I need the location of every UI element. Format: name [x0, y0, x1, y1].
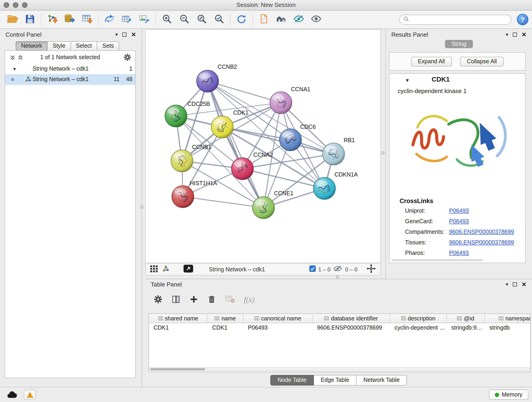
network-node-CCNE1[interactable]: CCNE1	[253, 190, 293, 219]
table-row[interactable]: CDK1 CDK1 P06493 9606.ENSP00000378699 cy…	[149, 323, 530, 332]
show-all-button[interactable]	[307, 12, 325, 27]
panel-menu-icon[interactable]: ▾	[115, 32, 118, 37]
splitter-handle[interactable]	[336, 275, 339, 279]
import-network-from-database-button[interactable]	[61, 12, 78, 27]
network-node-HIST1H1A[interactable]: HIST1H1A	[172, 180, 217, 208]
tree-caret-icon[interactable]: ▾	[13, 64, 16, 74]
network-graph[interactable]: CCNB2CCNA1CDC25BCDK1CDC6RB1CCNB1CCNA2CDK…	[146, 30, 380, 263]
cloud-icon[interactable]	[6, 390, 18, 400]
column-header[interactable]: namespace	[485, 314, 531, 323]
horizontal-scrollbar[interactable]	[391, 259, 483, 261]
selected-checkbox-icon[interactable]	[309, 265, 316, 273]
cell-shared-name: CDK1	[149, 323, 208, 332]
search-box[interactable]	[399, 14, 511, 25]
table-horizontal-scrollbar[interactable]	[149, 367, 530, 371]
hide-selected-button[interactable]	[290, 12, 307, 27]
search-icon	[403, 16, 409, 23]
uniprot-link[interactable]: P06493	[449, 206, 469, 216]
zoom-selected-button[interactable]	[210, 12, 228, 27]
open-session-button[interactable]	[4, 12, 21, 27]
export-table-button[interactable]	[118, 12, 136, 27]
export-image-button[interactable]	[136, 12, 153, 27]
clipboard-button[interactable]	[255, 12, 273, 27]
tissues-link[interactable]: 9606.ENSP00000378699	[449, 237, 514, 248]
zoom-out-icon	[179, 13, 190, 26]
float-panel-icon[interactable]	[513, 32, 517, 36]
zoom-out-button[interactable]	[176, 12, 193, 27]
crosslink-label: Tissues:	[405, 239, 426, 246]
application-window: Session: New Session ? Control	[0, 0, 532, 402]
column-header[interactable]: canonical name	[243, 314, 312, 323]
network-view[interactable]: CCNB2CCNA1CDC25BCDK1CDC6RB1CCNB1CCNA2CDK…	[145, 29, 381, 263]
zoom-in-button[interactable]	[158, 12, 176, 27]
first-neighbors-button[interactable]	[273, 12, 290, 27]
network-node-CDK1[interactable]: CDK1	[211, 109, 249, 138]
minimize-window-icon[interactable]	[13, 2, 18, 8]
hidden-eye-icon[interactable]	[333, 265, 342, 274]
network-node-CDKN1A[interactable]: CDKN1A	[313, 171, 358, 199]
add-column-icon[interactable]	[189, 294, 198, 305]
tab-string[interactable]: String	[445, 40, 473, 48]
close-window-icon[interactable]	[4, 2, 9, 8]
pharos-link[interactable]: P06493	[449, 248, 469, 259]
network-node-CCNA1[interactable]: CCNA1	[270, 86, 310, 114]
tab-node-table[interactable]: Node Table	[270, 375, 314, 385]
control-panel-header: Control Panel ▾ ✕	[0, 29, 142, 39]
table-settings-gear-icon[interactable]	[153, 294, 163, 305]
column-header[interactable]: database identifier	[312, 314, 390, 323]
gear-icon[interactable]	[123, 53, 132, 63]
splitter-handle[interactable]	[381, 151, 385, 154]
crosslink-label: Uniprot:	[405, 208, 425, 214]
compartments-link[interactable]: 9606.ENSP00000378699	[449, 227, 514, 237]
splitter-handle[interactable]	[140, 205, 143, 209]
genecard-link[interactable]: P06493	[449, 216, 469, 227]
network-row-selected[interactable]: String Network – cdk1 11 48	[5, 74, 135, 85]
clone-network-button[interactable]	[101, 12, 118, 27]
search-input[interactable]	[412, 16, 507, 23]
network-node-RB1[interactable]: RB1	[323, 137, 355, 165]
save-session-button[interactable]	[21, 12, 38, 27]
show-columns-icon[interactable]	[171, 294, 181, 305]
float-panel-icon[interactable]	[513, 282, 517, 286]
column-header[interactable]: @id	[447, 314, 485, 323]
warning-button[interactable]	[24, 390, 36, 400]
collapse-gene-icon[interactable]: ▾	[406, 77, 409, 83]
scrollbar-thumb[interactable]	[150, 368, 205, 370]
close-panel-icon[interactable]: ✕	[521, 281, 526, 288]
expand-all-button[interactable]: Expand All	[411, 57, 452, 66]
table-panel-header: Table Panel ▾ ✕	[145, 279, 532, 289]
column-header[interactable]: name	[208, 314, 243, 323]
tab-network-table[interactable]: Network Table	[356, 375, 407, 385]
tab-select[interactable]: Select	[71, 41, 97, 51]
panel-menu-icon[interactable]: ▾	[506, 32, 508, 37]
function-builder-icon[interactable]: f(x)	[244, 295, 254, 304]
column-header[interactable]: description	[390, 314, 447, 323]
import-table-button[interactable]	[78, 12, 96, 27]
tab-style[interactable]: Style	[48, 41, 71, 51]
panel-menu-icon[interactable]: ▾	[506, 281, 508, 287]
delete-column-trash-icon[interactable]	[207, 294, 216, 305]
help-button[interactable]: ?	[517, 14, 528, 25]
results-panel-title: Results Panel	[391, 31, 428, 38]
memory-button[interactable]: Memory	[489, 390, 528, 400]
close-panel-icon[interactable]: ✕	[521, 31, 526, 38]
zoom-fit-button[interactable]	[193, 12, 210, 27]
node-label: CCNB1	[192, 144, 211, 150]
grid-view-icon[interactable]	[150, 265, 158, 274]
import-network-button[interactable]	[44, 12, 61, 27]
refresh-button[interactable]	[233, 12, 250, 27]
fit-crosshair-icon[interactable]	[367, 264, 376, 274]
birdseye-view-icon[interactable]	[183, 264, 193, 274]
clear-table-icon[interactable]	[225, 295, 235, 305]
column-header[interactable]: shared name	[149, 314, 208, 323]
tab-sets[interactable]: Sets	[97, 41, 119, 51]
float-panel-icon[interactable]	[122, 32, 127, 36]
network-collection-row[interactable]: ▾ String Network – cdk1 1	[5, 64, 135, 74]
zoom-window-icon[interactable]	[22, 2, 27, 8]
tab-network[interactable]: Network	[16, 41, 48, 51]
tab-edge-table[interactable]: Edge Table	[314, 375, 357, 385]
close-panel-icon[interactable]: ✕	[131, 31, 136, 38]
column-icon	[401, 316, 406, 321]
network-share-icon[interactable]	[162, 265, 170, 274]
collapse-all-button[interactable]: Collapse All	[460, 57, 504, 66]
